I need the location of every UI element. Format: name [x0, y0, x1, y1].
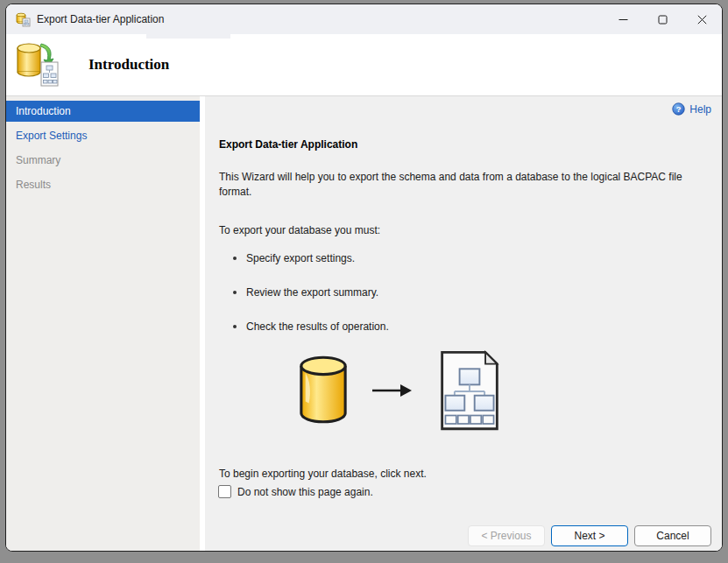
sidebar-item-export-settings[interactable]: Export Settings	[6, 125, 200, 146]
wizard-buttons: < Previous Next > Cancel	[468, 525, 711, 546]
maximize-icon	[658, 15, 668, 25]
help-question-icon: ?	[672, 102, 685, 116]
minimize-icon	[618, 15, 628, 25]
sidebar-item-introduction[interactable]: Introduction	[6, 101, 200, 122]
next-button[interactable]: Next >	[551, 525, 628, 546]
begin-text: To begin exporting your database, click …	[219, 468, 427, 480]
wizard-window: Export Data-tier Application	[5, 4, 723, 552]
cancel-button[interactable]: Cancel	[634, 525, 711, 546]
titlebar-tab-artifact	[146, 34, 230, 39]
bullet-text: Specify export settings.	[246, 252, 355, 264]
intro-text-block: Export Data-tier Application This Wizard…	[219, 138, 710, 333]
wizard-header: Introduction	[6, 34, 722, 96]
wizard-steps-sidebar: Introduction Export Settings Summary Res…	[6, 96, 200, 551]
help-label: Help	[689, 103, 711, 116]
maximize-button[interactable]	[643, 4, 682, 34]
content-panel: ? Help Export Data-tier Application This…	[205, 96, 722, 551]
list-intro: To export your database you must:	[219, 224, 710, 236]
close-icon	[697, 15, 707, 25]
bullet-dot	[233, 325, 237, 328]
minimize-button[interactable]	[604, 4, 643, 34]
close-button[interactable]	[682, 4, 722, 34]
titlebar: Export Data-tier Application	[6, 4, 722, 34]
database-export-icon	[15, 40, 60, 89]
database-icon	[298, 354, 349, 427]
list-item: Review the export summary.	[233, 286, 710, 299]
bullet-dot	[233, 291, 237, 294]
list-item: Check the results of operation.	[233, 320, 710, 333]
do-not-show-label: Do not show this page again.	[237, 486, 373, 498]
export-illustration	[298, 348, 503, 433]
description-paragraph: This Wizard will help you to export the …	[219, 170, 699, 200]
arrow-right-icon	[371, 382, 413, 399]
previous-button: < Previous	[468, 525, 545, 546]
window-title: Export Data-tier Application	[37, 13, 164, 25]
bullet-text: Review the export summary.	[246, 286, 378, 299]
do-not-show-checkbox[interactable]	[218, 485, 231, 498]
sidebar-item-results: Results	[6, 174, 200, 195]
svg-text:?: ?	[676, 105, 682, 114]
help-link[interactable]: ? Help	[672, 102, 711, 116]
do-not-show-checkbox-row[interactable]: Do not show this page again.	[218, 485, 373, 498]
page-title: Introduction	[88, 56, 169, 74]
list-item: Specify export settings.	[233, 252, 710, 264]
bullet-dot	[233, 257, 237, 260]
app-database-export-icon	[15, 11, 31, 27]
content-heading: Export Data-tier Application	[219, 138, 710, 151]
bacpac-document-icon	[436, 348, 503, 433]
bullet-text: Check the results of operation.	[246, 320, 389, 333]
main-area: Introduction Export Settings Summary Res…	[6, 96, 722, 551]
sidebar-item-summary: Summary	[6, 150, 200, 171]
